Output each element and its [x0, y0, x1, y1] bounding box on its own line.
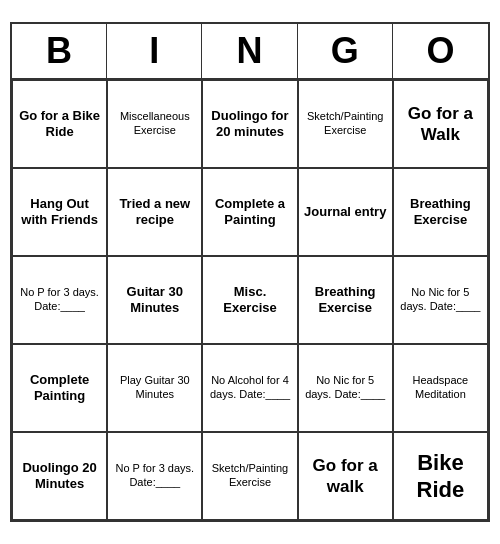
bingo-grid: Go for a Bike RideMiscellaneous Exercise…: [12, 80, 488, 520]
bingo-cell-14: No Nic for 5 days. Date:____: [393, 256, 488, 344]
bingo-cell-11: Guitar 30 Minutes: [107, 256, 202, 344]
bingo-cell-12: Misc. Exercise: [202, 256, 297, 344]
bingo-cell-22: Sketch/Painting Exercise: [202, 432, 297, 520]
bingo-cell-13: Breathing Exercise: [298, 256, 393, 344]
bingo-letter-i: I: [107, 24, 202, 78]
bingo-cell-24: Bike Ride: [393, 432, 488, 520]
bingo-cell-23: Go for a walk: [298, 432, 393, 520]
bingo-cell-3: Sketch/Painting Exercise: [298, 80, 393, 168]
bingo-cell-4: Go for a Walk: [393, 80, 488, 168]
bingo-letter-o: O: [393, 24, 488, 78]
bingo-letter-g: G: [298, 24, 393, 78]
bingo-letter-n: N: [202, 24, 297, 78]
bingo-cell-9: Breathing Exercise: [393, 168, 488, 256]
bingo-cell-10: No P for 3 days. Date:____: [12, 256, 107, 344]
bingo-cell-6: Tried a new recipe: [107, 168, 202, 256]
bingo-cell-2: Duolingo for 20 minutes: [202, 80, 297, 168]
bingo-cell-0: Go for a Bike Ride: [12, 80, 107, 168]
bingo-cell-1: Miscellaneous Exercise: [107, 80, 202, 168]
bingo-cell-15: Complete Painting: [12, 344, 107, 432]
bingo-card: BINGO Go for a Bike RideMiscellaneous Ex…: [10, 22, 490, 522]
bingo-cell-5: Hang Out with Friends: [12, 168, 107, 256]
bingo-cell-19: Headspace Meditation: [393, 344, 488, 432]
bingo-cell-7: Complete a Painting: [202, 168, 297, 256]
bingo-cell-21: No P for 3 days. Date:____: [107, 432, 202, 520]
bingo-cell-18: No Nic for 5 days. Date:____: [298, 344, 393, 432]
bingo-cell-8: Journal entry: [298, 168, 393, 256]
bingo-header: BINGO: [12, 24, 488, 80]
bingo-letter-b: B: [12, 24, 107, 78]
bingo-cell-16: Play Guitar 30 Minutes: [107, 344, 202, 432]
bingo-cell-20: Duolingo 20 Minutes: [12, 432, 107, 520]
bingo-cell-17: No Alcohol for 4 days. Date:____: [202, 344, 297, 432]
